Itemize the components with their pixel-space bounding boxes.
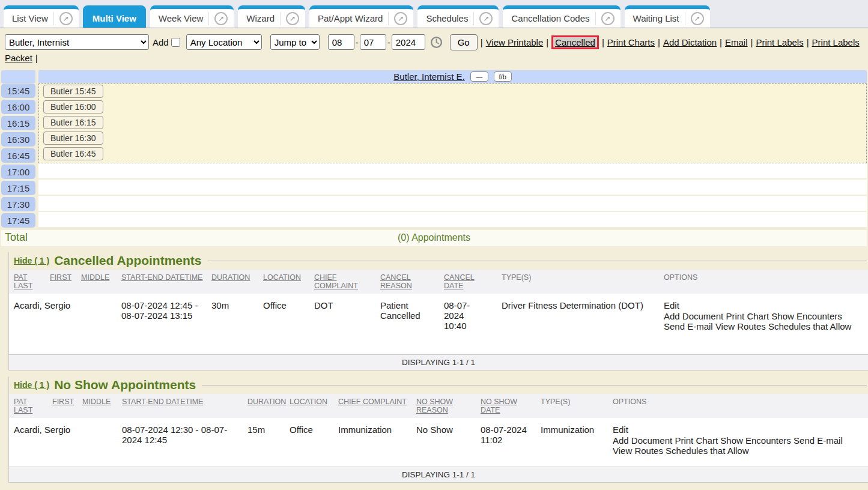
time-label: 17:45 (1, 213, 35, 228)
table-header-row: PAT LAST FIRST MIDDLE START-END DATETIME… (9, 394, 868, 419)
cancelled-link[interactable]: Cancelled (551, 35, 599, 49)
slot-button[interactable]: Butler 16:15 (43, 116, 103, 129)
edit-link[interactable]: Edit (664, 300, 866, 310)
view-routes-link[interactable]: View Routes (715, 321, 766, 331)
col-start-end[interactable]: START-END DATETIME (121, 273, 202, 282)
print-labels-link[interactable]: Print Labels (756, 37, 803, 47)
front-back-button[interactable]: f/b (494, 71, 512, 82)
no-show-date-cell: 08-07-2024 11:02 (476, 419, 536, 467)
tab-pat-appt-wizard[interactable]: Pat/Appt Wizard ↗ (309, 5, 413, 28)
jump-to-select[interactable]: Jump to (270, 34, 320, 50)
tab-schedules[interactable]: Schedules ↗ (417, 5, 499, 28)
col-middle[interactable]: MIDDLE (81, 273, 109, 282)
edit-link[interactable]: Edit (613, 425, 866, 435)
send-email-link[interactable]: Send E-mail (794, 435, 843, 446)
slot-button[interactable]: Butler 15:45 (43, 85, 103, 98)
col-no-show-date[interactable]: NO SHOW DATE (481, 398, 517, 414)
print-labels-packet-link[interactable]: Print Labels (812, 37, 860, 47)
open-new-window-icon[interactable]: ↗ (691, 12, 704, 25)
tab-multi-view[interactable]: Multi View (83, 5, 146, 28)
col-pat-last[interactable]: PAT LAST (14, 398, 32, 414)
add-document-link[interactable]: Add Document (613, 435, 672, 446)
print-charts-link[interactable]: Print Charts (607, 37, 655, 47)
show-encounters-link[interactable]: Show Encounters (720, 435, 791, 446)
duration-cell: 30m (207, 294, 258, 355)
open-new-window-icon[interactable]: ↗ (394, 12, 407, 25)
total-row: Total (0) Appointments (1, 230, 867, 246)
cancel-date-cell: 08-07-2024 10:40 (439, 294, 497, 355)
patient-name-cell: Acardi, Sergio (9, 419, 117, 467)
toolbar-row-1: Butler, Internist Add Any Location Jump … (5, 34, 863, 50)
print-labels-packet-link-wrap[interactable]: Packet (5, 53, 32, 63)
col-middle[interactable]: MIDDLE (82, 398, 111, 406)
tab-cancellation-codes[interactable]: Cancellation Codes ↗ (503, 5, 620, 28)
calendar-clock-icon[interactable] (430, 36, 443, 49)
col-options: OPTIONS (613, 398, 646, 406)
time-label: 16:15 (1, 116, 35, 130)
tab-label: Multi View (89, 13, 140, 23)
tab-waiting-list[interactable]: Waiting List ↗ (625, 5, 710, 28)
col-chief-complaint[interactable]: CHIEF COMPLAINT (338, 398, 407, 406)
col-duration[interactable]: DURATION (247, 398, 286, 406)
separator: | (720, 37, 722, 47)
separator: | (807, 37, 809, 47)
col-cancel-reason[interactable]: CANCEL REASON (380, 273, 412, 290)
tab-label: Schedules (423, 13, 473, 23)
show-encounters-link[interactable]: Show Encounters (771, 311, 842, 321)
chief-complaint-cell: Immunization (333, 419, 411, 467)
options-cell: Edit Add Document Print Chart Show Encou… (608, 419, 868, 467)
open-new-window-icon[interactable]: ↗ (286, 12, 299, 25)
open-new-window-icon[interactable]: ↗ (214, 12, 228, 25)
col-location[interactable]: LOCATION (263, 273, 301, 282)
col-start-end[interactable]: START-END DATETIME (122, 398, 203, 406)
section-rule (202, 385, 867, 386)
date-day-input[interactable] (360, 34, 386, 50)
empty-slot-row[interactable] (38, 212, 867, 228)
provider-header-link[interactable]: Butler, Internist E. (393, 71, 464, 82)
col-first[interactable]: FIRST (52, 398, 74, 406)
view-routes-link[interactable]: View Routes (613, 446, 663, 456)
slot-button[interactable]: Butler 16:30 (43, 132, 103, 145)
add-document-link[interactable]: Add Document (664, 311, 723, 321)
table-header-row: PAT LAST FIRST MIDDLE START-END DATETIME… (9, 270, 868, 294)
empty-slot-row[interactable] (38, 163, 867, 180)
schedules-that-allow-link[interactable]: Schedules that Allow (666, 446, 748, 456)
print-chart-link[interactable]: Print Chart (726, 311, 769, 321)
slot-button[interactable]: Butler 16:00 (43, 100, 103, 113)
provider-select[interactable]: Butler, Internist (5, 34, 149, 50)
go-button[interactable]: Go (450, 34, 478, 50)
collapse-column-button[interactable]: — (470, 71, 488, 82)
col-location[interactable]: LOCATION (290, 398, 327, 406)
tab-list-view[interactable]: List View ↗ (4, 5, 79, 28)
tab-week-view[interactable]: Week View ↗ (150, 5, 234, 28)
open-new-window-icon[interactable]: ↗ (59, 12, 73, 25)
add-checkbox[interactable] (171, 38, 180, 47)
col-duration[interactable]: DURATION (211, 273, 250, 282)
open-new-window-icon[interactable]: ↗ (479, 12, 493, 25)
print-chart-link[interactable]: Print Chart (675, 435, 718, 446)
slot-button[interactable]: Butler 16:45 (43, 147, 103, 160)
location-select[interactable]: Any Location (186, 34, 262, 50)
col-options: OPTIONS (664, 273, 697, 282)
tab-wizard[interactable]: Wizard ↗ (238, 5, 305, 28)
cancelled-appointments-table: PAT LAST FIRST MIDDLE START-END DATETIME… (9, 270, 868, 371)
date-year-input[interactable] (392, 34, 425, 50)
view-printable-link[interactable]: View Printable (486, 37, 544, 47)
date-separator: - (356, 37, 359, 47)
date-month-input[interactable] (328, 34, 354, 50)
col-chief-complaint[interactable]: CHIEF COMPLAINT (314, 273, 358, 290)
hide-no-show-link[interactable]: Hide ( 1 ) (14, 380, 49, 390)
time-column-header (1, 70, 35, 83)
send-email-link[interactable]: Send E-mail (664, 321, 713, 331)
add-dictation-link[interactable]: Add Dictation (663, 37, 717, 47)
email-link[interactable]: Email (725, 37, 748, 47)
col-no-show-reason[interactable]: NO SHOW REASON (416, 398, 453, 414)
open-new-window-icon[interactable]: ↗ (601, 12, 615, 25)
empty-slot-row[interactable] (38, 196, 867, 212)
col-first[interactable]: FIRST (50, 273, 71, 282)
schedules-that-allow-link[interactable]: Schedules that Allow (768, 321, 851, 331)
col-pat-last[interactable]: PAT LAST (14, 273, 32, 290)
col-cancel-date[interactable]: CANCEL DATE (444, 273, 475, 290)
hide-cancelled-link[interactable]: Hide ( 1 ) (14, 256, 49, 265)
empty-slot-row[interactable] (38, 180, 867, 196)
